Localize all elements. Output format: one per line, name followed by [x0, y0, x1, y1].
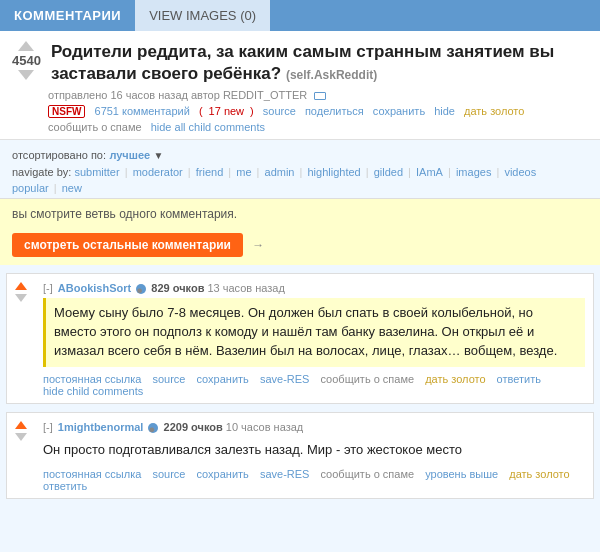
c2-gold[interactable]: дать золото	[509, 468, 569, 480]
c1-hide-child[interactable]: hide child comments	[43, 385, 143, 397]
c1-permalink[interactable]: постоянная ссылка	[43, 373, 141, 385]
sort-label: отсортировано по:	[12, 149, 106, 161]
post-actions-2: сообщить о спаме hide all child comments	[48, 121, 588, 133]
comment-1-footer: постоянная ссылка source сохранить save-…	[43, 373, 585, 385]
source-link[interactable]: source	[263, 105, 296, 117]
nav-popular[interactable]: popular	[12, 182, 49, 194]
c1-report[interactable]: сообщить о спаме	[321, 373, 415, 385]
c1-reply[interactable]: ответить	[497, 373, 541, 385]
comment-1-body: Моему сыну было 7-8 месяцев. Он должен б…	[43, 298, 585, 367]
upvote-arrow[interactable]	[18, 41, 34, 51]
comment-1-main: [-] ABookishSort ● 829 очков 13 часов на…	[43, 282, 585, 397]
comment-count: 6751 комментарий	[95, 105, 190, 117]
c2-reply[interactable]: ответить	[43, 480, 87, 492]
sort-row: отсортировано по: лучшее ▼	[12, 148, 588, 162]
comments-area: [-] ABookishSort ● 829 очков 13 часов на…	[0, 265, 600, 515]
nav-highlighted[interactable]: highlighted	[307, 166, 360, 178]
c2-level[interactable]: уровень выше	[425, 468, 498, 480]
comment-1-author[interactable]: ABookishSort	[58, 282, 131, 294]
hide-link[interactable]: hide	[434, 105, 455, 117]
share-link[interactable]: поделиться	[305, 105, 364, 117]
post-vote-count: 4540	[12, 53, 41, 68]
post-domain: (self.AskReddit)	[286, 68, 377, 82]
nav-admin[interactable]: admin	[265, 166, 295, 178]
nsfw-badge: NSFW	[48, 105, 85, 118]
comment-2-footer: постоянная ссылка source сохранить save-…	[43, 468, 585, 492]
post-actions: NSFW 6751 комментарий (17 new) source по…	[48, 105, 588, 117]
post-content: Родители реддита, за каким самым странны…	[48, 41, 588, 133]
sort-value[interactable]: лучшее	[109, 149, 150, 161]
comment-1-icon: ●	[136, 284, 146, 294]
arrow-right-icon: →	[252, 238, 264, 252]
view-all-button[interactable]: смотреть остальные комментарии	[12, 233, 243, 257]
nav-images[interactable]: images	[456, 166, 491, 178]
c2-report[interactable]: сообщить о спаме	[321, 468, 415, 480]
comment-1-vote	[15, 282, 27, 302]
new-count-inner[interactable]: 17 new	[209, 105, 244, 117]
new-count: (	[199, 105, 203, 117]
c2-permalink[interactable]: постоянная ссылка	[43, 468, 141, 480]
comment-2-upvote[interactable]	[15, 421, 27, 429]
comment-2-body: Он просто подготавливался залезть назад.…	[43, 437, 585, 464]
c1-gold[interactable]: дать золото	[425, 373, 485, 385]
post-area: 4540 Родители реддита, за каким самым ст…	[0, 31, 600, 140]
comment-1-header: [-] ABookishSort ● 829 очков 13 часов на…	[43, 282, 585, 294]
comment-2-icon: ●	[148, 423, 158, 433]
comment-2-author[interactable]: 1mightbenormal	[58, 421, 144, 433]
comment-2-score: 2209 очков	[164, 421, 223, 433]
nav-me[interactable]: me	[236, 166, 251, 178]
sort-dropdown-icon[interactable]: ▼	[154, 150, 164, 161]
gold-link[interactable]: дать золото	[464, 105, 524, 117]
branch-notice: вы смотрите ветвь одного комментария. см…	[0, 199, 600, 265]
navigate-bar: navigate by: submitter | moderator | fri…	[12, 166, 588, 178]
c2-source[interactable]: source	[152, 468, 185, 480]
post-vote-col: 4540	[12, 41, 41, 80]
tab-comments[interactable]: КОММЕНТАРИИ	[0, 0, 135, 31]
c2-save-res[interactable]: save-RES	[260, 468, 310, 480]
navigate-label: navigate by:	[12, 166, 71, 178]
c1-save[interactable]: сохранить	[197, 373, 249, 385]
post-meta: отправлено 16 часов назад автор REDDIT_O…	[48, 89, 588, 101]
nav-new[interactable]: new	[62, 182, 82, 194]
c1-save-res[interactable]: save-RES	[260, 373, 310, 385]
envelope-icon	[314, 92, 326, 100]
new-close: )	[250, 105, 254, 117]
nav-gilded[interactable]: gilded	[374, 166, 403, 178]
comment-2-downvote[interactable]	[15, 433, 27, 441]
comment-1-time: 13 часов назад	[207, 282, 284, 294]
post-title: Родители реддита, за каким самым странны…	[48, 41, 588, 85]
c1-source[interactable]: source	[152, 373, 185, 385]
nav-submitter[interactable]: submitter	[74, 166, 119, 178]
comment-2: [-] 1mightbenormal ● 2209 очков 10 часов…	[6, 412, 594, 499]
view-all-row: смотреть остальные комментарии →	[12, 227, 588, 257]
nav-iama[interactable]: IAmA	[416, 166, 443, 178]
nav-moderator[interactable]: moderator	[133, 166, 183, 178]
comment-2-vote	[15, 421, 27, 441]
nav-videos[interactable]: videos	[504, 166, 536, 178]
tab-bar: КОММЕНТАРИИ VIEW IMAGES (0)	[0, 0, 600, 31]
comment-1-collapse[interactable]: [-]	[43, 282, 53, 294]
report-link[interactable]: сообщить о спаме	[48, 121, 142, 133]
comment-2-main: [-] 1mightbenormal ● 2209 очков 10 часов…	[43, 421, 585, 492]
c2-save[interactable]: сохранить	[197, 468, 249, 480]
branch-text: вы смотрите ветвь одного комментария.	[12, 207, 588, 221]
hide-child-link[interactable]: hide all child comments	[151, 121, 265, 133]
navigate-bar-2: popular | new	[12, 182, 588, 194]
downvote-arrow[interactable]	[18, 70, 34, 80]
comment-1-downvote[interactable]	[15, 294, 27, 302]
comment-1-footer-2: hide child comments	[43, 385, 585, 397]
sort-bar: отсортировано по: лучшее ▼ navigate by: …	[0, 140, 600, 199]
comment-1-score: 829 очков	[151, 282, 204, 294]
comment-2-header: [-] 1mightbenormal ● 2209 очков 10 часов…	[43, 421, 585, 433]
tab-images[interactable]: VIEW IMAGES (0)	[135, 0, 270, 31]
comment-1: [-] ABookishSort ● 829 очков 13 часов на…	[6, 273, 594, 404]
comment-2-collapse[interactable]: [-]	[43, 421, 53, 433]
save-link[interactable]: сохранить	[373, 105, 425, 117]
comment-2-time: 10 часов назад	[226, 421, 303, 433]
nav-friend[interactable]: friend	[196, 166, 224, 178]
comment-1-upvote[interactable]	[15, 282, 27, 290]
